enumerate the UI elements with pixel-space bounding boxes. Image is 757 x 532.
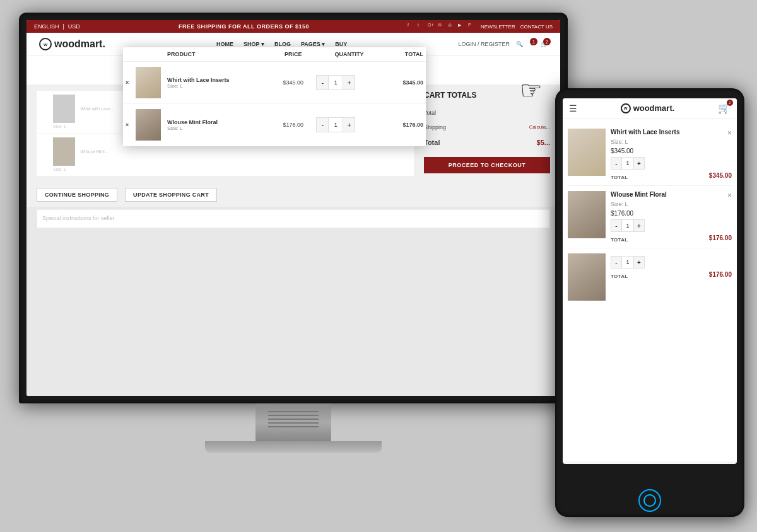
tablet-header: ☰ w woodmart. 🛒 2 (563, 98, 737, 119)
tablet-home-button[interactable] (638, 489, 661, 512)
qty-decrease-2[interactable]: - (317, 118, 328, 132)
tablet-logo-text: woodmart. (633, 103, 675, 113)
tablet-total-label-1: TOTAL (611, 175, 628, 180)
tablet-product-img-3 (568, 253, 606, 301)
logo-icon: w (39, 38, 52, 50)
cart-count: 2 (543, 38, 551, 45)
tablet-product-price-1: $345.00 (611, 147, 732, 154)
cart-totals-title: CART TOTALS (424, 91, 550, 100)
shipping-row: Shipping Calcula... (424, 120, 550, 135)
product-name-2: Wlouse Mint Floral (167, 119, 270, 125)
cart-totals-panel: CART TOTALS Total Shipping Calcula... To… (424, 91, 550, 176)
update-cart-button[interactable]: UPDATE SHOPPING CART (125, 188, 217, 202)
tablet-outer: ☰ w woodmart. 🛒 2 (555, 88, 744, 517)
monitor: ENGLISH | USD FREE SHIPPING FOR ALL ORDE… (19, 13, 568, 466)
tablet-remove-item-1[interactable]: × (727, 129, 732, 137)
cart-item-2: × Wlouse Mint Floral Size: L $176.00 - (123, 104, 426, 146)
currency-selector[interactable]: USD (68, 23, 80, 30)
tablet-product-name-2: Wlouse Mint Floral (611, 191, 667, 198)
remove-item-1-button[interactable]: × (126, 79, 129, 86)
tablet-qty-decrease-1[interactable]: - (611, 158, 621, 169)
remove-item-2-button[interactable]: × (126, 122, 129, 128)
tablet-qty-val-1: 1 (621, 158, 634, 169)
grand-total-value: $5... (537, 139, 550, 146)
tablet-qty-val-3: 1 (621, 257, 634, 268)
tablet-product-name-1: Whirt with Lace Inserts (611, 129, 679, 136)
tablet-menu-icon[interactable]: ☰ (569, 103, 577, 113)
col-price: PRICE (273, 47, 314, 62)
neck-stripe (268, 419, 319, 420)
monitor-neck (255, 403, 331, 441)
site-logo[interactable]: w woodmart. (39, 38, 105, 50)
tablet-total-price-2: $176.00 (709, 234, 732, 243)
qty-control-1: - + (316, 75, 355, 90)
nav-pages[interactable]: PAGES ▾ (301, 41, 325, 47)
tablet-qty-control-2: - 1 + (611, 219, 645, 232)
twitter-icon[interactable]: t (418, 23, 425, 30)
grand-total-row: Total $5... (424, 135, 550, 151)
tablet-logo[interactable]: w woodmart. (621, 103, 675, 113)
desktop-cart-modal: PRODUCT PRICE QUANTITY TOTAL × Wh (123, 47, 426, 146)
qty-input-1[interactable] (328, 76, 343, 90)
tablet-cart-area: 🛒 2 (718, 102, 731, 114)
tablet-qty-control-3: - 1 + (611, 256, 645, 269)
product-total-1: $345.00 (385, 62, 426, 104)
tablet-cart-count: 2 (727, 100, 733, 106)
tablet-qty-control-1: - 1 + (611, 157, 645, 170)
tablet-product-info-2: Wlouse Mint Floral × Size: L $176.00 - 1… (611, 191, 732, 243)
top-bar-left: ENGLISH | USD (34, 23, 80, 30)
main-nav: HOME SHOP ▾ BLOG PAGES ▾ BUY (105, 41, 459, 47)
cart-actions: CONTINUE SHOPPING UPDATE SHOPPING CART (26, 183, 560, 207)
header-right: LOGIN / REGISTER 🔍 ♡1 🛒2 (458, 41, 548, 47)
email-icon[interactable]: ✉ (438, 23, 445, 30)
qty-increase-2[interactable]: + (343, 118, 355, 132)
tablet-product-size-1: Size: L (611, 139, 732, 145)
product-price-2: $176.00 (273, 104, 314, 146)
tablet-product-info-3: - 1 + TOTAL $176.00 (611, 253, 732, 301)
continue-shopping-button[interactable]: CONTINUE SHOPPING (37, 188, 117, 202)
product-thumb-1 (136, 67, 161, 98)
special-instructions-field[interactable]: Special instructions for seller (37, 209, 550, 228)
tablet-qty-increase-3[interactable]: + (634, 257, 644, 268)
login-register-link[interactable]: LOGIN / REGISTER (458, 41, 510, 47)
neck-stripe (268, 415, 319, 416)
pinterest-icon[interactable]: P (468, 23, 476, 30)
cart-badge[interactable]: 🛒2 (541, 41, 548, 47)
tablet-total-price-1: $345.00 (709, 172, 732, 180)
nav-buy[interactable]: BUY (335, 41, 347, 47)
qty-increase-1[interactable]: + (343, 76, 355, 90)
facebook-icon[interactable]: f (408, 23, 415, 30)
contact-link[interactable]: CONTACT US (520, 24, 553, 30)
wishlist-badge[interactable]: ♡1 (529, 41, 534, 47)
instagram-icon[interactable]: ◎ (448, 23, 455, 30)
language-selector[interactable]: ENGLISH (34, 23, 59, 30)
newsletter-link[interactable]: NEWSLETTER (481, 24, 515, 30)
tablet-qty-increase-2[interactable]: + (634, 220, 644, 231)
shipping-value[interactable]: Calcula... (529, 124, 550, 130)
proceed-checkout-button[interactable]: PROCEED TO CHECKOUT (424, 157, 550, 173)
neck-stripe (268, 426, 319, 427)
tablet-total-label-3: TOTAL (611, 274, 628, 279)
nav-blog[interactable]: BLOG (274, 41, 291, 47)
tablet-total-price-3: $176.00 (709, 271, 732, 279)
col-product: PRODUCT (165, 47, 273, 62)
tablet-remove-item-2[interactable]: × (727, 191, 732, 200)
product-price-1: $345.00 (273, 62, 314, 104)
qty-input-2[interactable] (328, 118, 343, 132)
top-bar: ENGLISH | USD FREE SHIPPING FOR ALL ORDE… (26, 20, 560, 33)
top-bar-right: f t G+ ✉ ◎ ▶ P NEWSLETTER CONTACT US (408, 23, 553, 30)
tablet-qty-decrease-2[interactable]: - (611, 220, 621, 231)
tablet-qty-decrease-3[interactable]: - (611, 257, 621, 268)
logo-text: woodmart. (54, 38, 105, 50)
tablet-content: Whirt with Lace Inserts × Size: L $345.0… (563, 119, 737, 461)
qty-decrease-1[interactable]: - (317, 76, 328, 90)
tablet-cart-badge[interactable]: 🛒 2 (718, 102, 731, 114)
col-total: TOTAL (385, 47, 426, 62)
nav-shop[interactable]: SHOP ▾ (244, 41, 264, 47)
googleplus-icon[interactable]: G+ (428, 23, 435, 30)
nav-home[interactable]: HOME (216, 41, 233, 47)
youtube-icon[interactable]: ▶ (458, 23, 466, 30)
tablet-qty-increase-1[interactable]: + (634, 158, 644, 169)
search-icon[interactable]: 🔍 (516, 41, 523, 47)
shipping-message: FREE SHIPPING FOR ALL ORDERS OF $150 (85, 23, 402, 30)
